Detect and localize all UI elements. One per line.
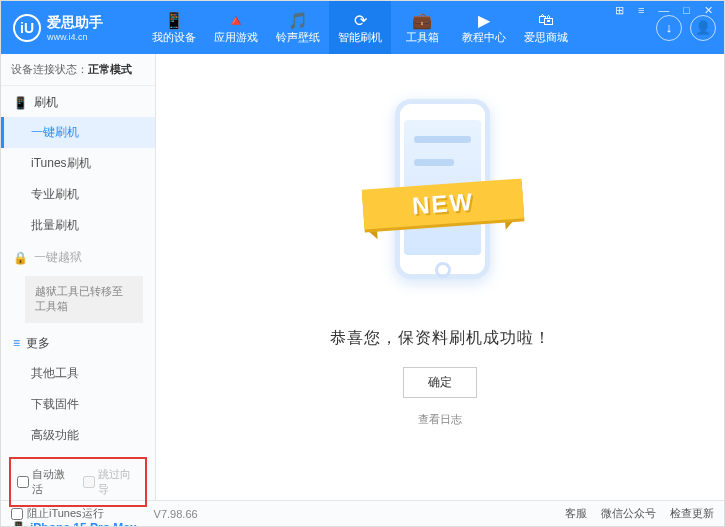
sidebar-item-advanced[interactable]: 高级功能 <box>1 420 155 451</box>
connection-status: 设备连接状态：正常模式 <box>1 54 155 86</box>
sidebar-item-itunes-flash[interactable]: iTunes刷机 <box>1 148 155 179</box>
phone-icon: 📱 <box>11 521 26 527</box>
footer-link-support[interactable]: 客服 <box>565 506 587 521</box>
logo-icon: iU <box>13 14 41 42</box>
brand-url: www.i4.cn <box>47 32 103 42</box>
sidebar-item-batch-flash[interactable]: 批量刷机 <box>1 210 155 241</box>
lock-icon: 🔒 <box>13 251 28 265</box>
section-flash[interactable]: 📱 刷机 <box>1 86 155 117</box>
phone-icon: 📱 <box>13 96 28 110</box>
nav-toolbox[interactable]: 💼工具箱 <box>391 1 453 54</box>
sidebar-item-oneclick-flash[interactable]: 一键刷机 <box>1 117 155 148</box>
sidebar: 设备连接状态：正常模式 📱 刷机 一键刷机 iTunes刷机 专业刷机 批量刷机… <box>1 54 156 500</box>
brand-name: 爱思助手 <box>47 14 103 32</box>
close-icon[interactable]: ✕ <box>700 4 717 17</box>
phone-illustration: NEW <box>355 94 525 304</box>
new-badge: NEW <box>362 178 524 229</box>
nav-ringtones[interactable]: 🎵铃声壁纸 <box>267 1 329 54</box>
nav-store[interactable]: 🛍爱思商城 <box>515 1 577 54</box>
logo[interactable]: iU 爱思助手 www.i4.cn <box>13 14 143 42</box>
sidebar-item-download-firmware[interactable]: 下载固件 <box>1 389 155 420</box>
maximize-icon[interactable]: □ <box>679 4 694 17</box>
block-itunes-checkbox[interactable]: 阻止iTunes运行 <box>11 506 104 521</box>
store-icon: 🛍 <box>538 10 554 30</box>
sidebar-item-pro-flash[interactable]: 专业刷机 <box>1 179 155 210</box>
download-button[interactable]: ↓ <box>656 15 682 41</box>
tutorial-icon: ▶ <box>478 10 490 30</box>
view-log-link[interactable]: 查看日志 <box>418 412 462 427</box>
section-jailbreak[interactable]: 🔒 一键越狱 <box>1 241 155 272</box>
options-box: 自动激活 跳过向导 <box>9 457 147 507</box>
apps-icon: 🔺 <box>226 10 246 30</box>
auto-activate-checkbox[interactable]: 自动激活 <box>17 467 73 497</box>
minimize-icon[interactable]: — <box>654 4 673 17</box>
user-button[interactable]: 👤 <box>690 15 716 41</box>
nav-smart-flash[interactable]: ⟳智能刷机 <box>329 1 391 54</box>
nav-tutorials[interactable]: ▶教程中心 <box>453 1 515 54</box>
section-more[interactable]: ≡ 更多 <box>1 327 155 358</box>
nav-apps-games[interactable]: 🔺应用游戏 <box>205 1 267 54</box>
jailbreak-moved-note: 越狱工具已转移至工具箱 <box>25 276 143 323</box>
main-content: NEW 恭喜您，保资料刷机成功啦！ 确定 查看日志 <box>156 54 724 500</box>
footer-link-wechat[interactable]: 微信公众号 <box>601 506 656 521</box>
phone-icon: 📱 <box>164 10 184 30</box>
grid-icon[interactable]: ⊞ <box>611 4 628 17</box>
nav-my-device[interactable]: 📱我的设备 <box>143 1 205 54</box>
ok-button[interactable]: 确定 <box>403 367 477 398</box>
toolbox-icon: 💼 <box>412 10 432 30</box>
sidebar-item-other-tools[interactable]: 其他工具 <box>1 358 155 389</box>
version-label: V7.98.66 <box>154 508 198 520</box>
footer-link-update[interactable]: 检查更新 <box>670 506 714 521</box>
success-message: 恭喜您，保资料刷机成功啦！ <box>330 328 551 349</box>
skip-guide-checkbox[interactable]: 跳过向导 <box>83 467 139 497</box>
flash-icon: ⟳ <box>354 10 367 30</box>
music-icon: 🎵 <box>288 10 308 30</box>
menu-icon[interactable]: ≡ <box>634 4 648 17</box>
top-nav: 📱我的设备 🔺应用游戏 🎵铃声壁纸 ⟳智能刷机 💼工具箱 ▶教程中心 🛍爱思商城 <box>143 1 577 54</box>
list-icon: ≡ <box>13 336 20 350</box>
